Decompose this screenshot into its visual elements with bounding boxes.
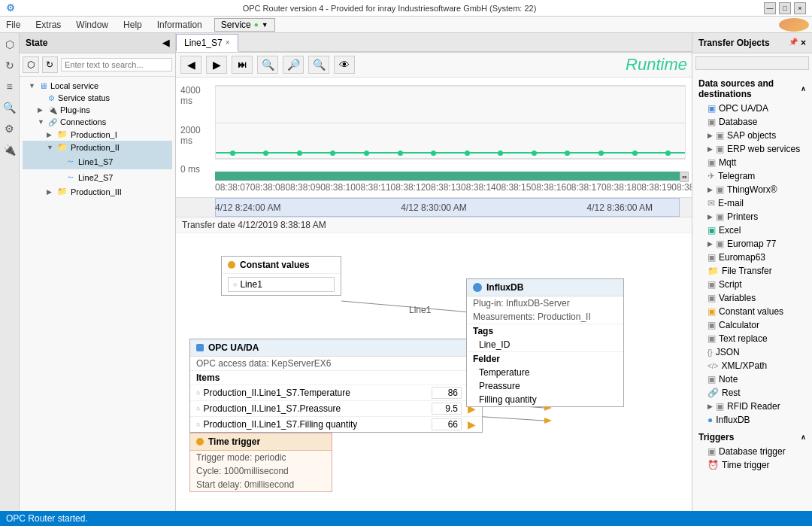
tree-item-connections[interactable]: ▼ 🔗 Connections bbox=[23, 116, 172, 128]
transfer-item-excel[interactable]: ▣Excel bbox=[692, 223, 812, 237]
maximize-button[interactable]: □ bbox=[779, 2, 791, 14]
menu-information[interactable]: Information bbox=[154, 18, 205, 32]
zoom-in-button[interactable]: 🔍 bbox=[257, 56, 278, 74]
transfer-item-script[interactable]: ▣Script bbox=[692, 278, 812, 291]
main-layout: ⬡ ↻ ≡ 🔍 ⚙ 🔌 State ◀ ⬡ ↻ ▼ 🖥 Local servic… bbox=[0, 33, 812, 511]
tree-item-service-status[interactable]: ⚙ Service status bbox=[23, 92, 172, 104]
service-button[interactable]: Service ● ▼ bbox=[214, 18, 275, 32]
line1-label: Line1_S7 bbox=[78, 157, 114, 166]
next-button[interactable]: ▶ bbox=[206, 56, 227, 74]
transfer-search[interactable] bbox=[692, 53, 812, 73]
chart-scroll-handle[interactable]: ⇔ bbox=[680, 172, 689, 182]
transfer-item-euromap77[interactable]: ▶▣Euromap 77 bbox=[692, 237, 812, 251]
tree-item-line1-s7[interactable]: ～ Line1_S7 bbox=[23, 154, 172, 169]
transfer-item-database[interactable]: ▣Database bbox=[692, 115, 812, 129]
transfer-item-euromap63[interactable]: ▣Euromap63 bbox=[692, 251, 812, 264]
transfer-section-datasources: Data sources and destinations ∧ ▣OPC UA/… bbox=[692, 76, 812, 427]
title-bar-title: OPC Router version 4 - Provided for inra… bbox=[15, 4, 764, 13]
chart-y-axis: 4000 ms 2000 ms 0 ms bbox=[180, 85, 214, 175]
influx-tag-line-id: Line_ID bbox=[467, 338, 623, 352]
transfer-item-mqtt[interactable]: ▣Mqtt bbox=[692, 156, 812, 169]
transfer-item-thingworx[interactable]: ▶▣ThingWorx® bbox=[692, 183, 812, 196]
minimize-button[interactable]: — bbox=[764, 2, 776, 14]
transfer-item-filetransfer[interactable]: 📁File Transfer bbox=[692, 264, 812, 278]
transfer-item-json[interactable]: {}JSON bbox=[692, 345, 812, 359]
menu-help[interactable]: Help bbox=[120, 18, 145, 32]
transfer-item-influxdb[interactable]: ●InfluxDB bbox=[692, 413, 812, 427]
title-bar-controls[interactable]: — □ × bbox=[764, 2, 806, 14]
zoom-fit-button[interactable]: 🔍 bbox=[308, 56, 329, 74]
transfer-item-sap[interactable]: ▶▣SAP objects bbox=[692, 129, 812, 142]
opc-items-label: Items bbox=[190, 371, 482, 385]
zoom-out-button[interactable]: 🔎 bbox=[283, 56, 304, 74]
tree-item-production-ii[interactable]: ▼ 📁 Production_II bbox=[23, 141, 172, 154]
tab-bar: Line1_S7 × bbox=[176, 33, 692, 53]
transfer-item-textreplace[interactable]: ▣Text replace bbox=[692, 332, 812, 345]
influx-icon bbox=[473, 283, 482, 292]
timeline-area: 4/12 8:24:00 AM 4/12 8:30:00 AM 4/12 8:3… bbox=[176, 198, 692, 217]
prev-button[interactable]: ◀ bbox=[180, 56, 201, 74]
plugins-icon: 🔌 bbox=[48, 106, 57, 114]
tree-item-local-service[interactable]: ▼ 🖥 Local service bbox=[23, 80, 172, 92]
transfer-item-rest[interactable]: 🔗Rest bbox=[692, 386, 812, 400]
last-button[interactable]: ⏭ bbox=[232, 56, 253, 74]
transfer-close-icon[interactable]: × bbox=[801, 38, 806, 48]
nav-search-icon[interactable]: 🔍 bbox=[2, 99, 18, 116]
menu-extras[interactable]: Extras bbox=[32, 18, 64, 32]
line1-icon: ～ bbox=[66, 155, 75, 168]
timeline-label-2: 4/12 8:36:00 AM bbox=[587, 202, 653, 213]
time-orange-dot bbox=[196, 438, 204, 445]
diagram-area[interactable]: Line1 Constant values ○ Line1 bbox=[176, 233, 692, 511]
state-panel-header: State ◀ bbox=[20, 33, 175, 53]
service-label: Service bbox=[221, 20, 251, 30]
binoculars-button[interactable]: 👁 bbox=[334, 56, 355, 74]
transfer-section-triggers-header[interactable]: Triggers ∧ bbox=[692, 430, 812, 445]
const-orange-dot bbox=[228, 261, 235, 269]
tab-line1-s7[interactable]: Line1_S7 × bbox=[176, 34, 238, 52]
influx-header: InfluxDB bbox=[467, 279, 623, 296]
transfer-item-email[interactable]: ✉E-mail bbox=[692, 196, 812, 210]
transfer-item-xmlxpath[interactable]: </>XML/XPath bbox=[692, 359, 812, 372]
menu-window[interactable]: Window bbox=[73, 18, 111, 32]
nav-refresh-icon[interactable]: ↻ bbox=[2, 57, 18, 74]
influx-felder-temp: Temperature bbox=[467, 366, 623, 379]
transfer-item-rfid[interactable]: ▶▣RFID Reader bbox=[692, 400, 812, 413]
production-i-icon: 📁 bbox=[57, 129, 68, 139]
transfer-item-timetrigger[interactable]: ⏰Time trigger bbox=[692, 458, 812, 472]
state-search-input[interactable] bbox=[61, 58, 172, 71]
menu-file[interactable]: File bbox=[3, 18, 23, 32]
nav-settings-icon[interactable]: ⚙ bbox=[2, 120, 18, 137]
transfer-item-note[interactable]: ▣Note bbox=[692, 372, 812, 386]
email-item-icon: ✉ bbox=[707, 198, 715, 208]
tab-close-button[interactable]: × bbox=[226, 38, 230, 47]
rest-item-icon: 🔗 bbox=[707, 388, 719, 398]
transfer-panel-controls[interactable]: 📌 × bbox=[789, 38, 806, 48]
tree-item-plugins[interactable]: ▶ 🔌 Plug-ins bbox=[23, 104, 172, 116]
transfer-item-telegram[interactable]: ✈Telegram bbox=[692, 169, 812, 183]
title-bar-logo: ⚙ bbox=[6, 2, 15, 14]
transfer-item-opc[interactable]: ▣OPC UA/DA bbox=[692, 102, 812, 115]
transfer-item-variables[interactable]: ▣Variables bbox=[692, 291, 812, 305]
tree-item-production-i[interactable]: ▶ 📁 Production_I bbox=[23, 128, 172, 141]
nav-plugin-icon[interactable]: 🔌 bbox=[2, 141, 18, 158]
nav-home-icon[interactable]: ⬡ bbox=[2, 36, 18, 53]
state-tree: ▼ 🖥 Local service ⚙ Service status ▶ 🔌 P… bbox=[20, 77, 175, 511]
transfer-search-input[interactable] bbox=[695, 56, 809, 70]
tree-item-production-iii[interactable]: ▶ 📁 Production_III bbox=[23, 185, 172, 198]
local-service-icon: 🖥 bbox=[39, 81, 47, 90]
transfer-pin-icon[interactable]: 📌 bbox=[789, 38, 798, 48]
state-panel-collapse-icon[interactable]: ◀ bbox=[162, 38, 169, 48]
state-refresh-button[interactable]: ↻ bbox=[42, 56, 59, 73]
tree-item-line2-s7[interactable]: ～ Line2_S7 bbox=[23, 169, 172, 185]
transfer-item-dbtrigger[interactable]: ▣Database trigger bbox=[692, 445, 812, 458]
transfer-item-printers[interactable]: ▶▣Printers bbox=[692, 210, 812, 223]
state-back-button[interactable]: ⬡ bbox=[23, 56, 39, 73]
runtime-label: Runtime bbox=[626, 55, 687, 74]
transfer-item-calculator[interactable]: ▣Calculator bbox=[692, 318, 812, 332]
nav-list-icon[interactable]: ≡ bbox=[2, 78, 18, 95]
transfer-item-constvalues[interactable]: ▣Constant values bbox=[692, 305, 812, 318]
transfer-item-erp[interactable]: ▶▣ERP web services bbox=[692, 142, 812, 156]
transfer-section-datasources-header[interactable]: Data sources and destinations ∧ bbox=[692, 76, 812, 102]
close-window-button[interactable]: × bbox=[794, 2, 806, 14]
triggers-collapse-icon: ∧ bbox=[801, 433, 806, 441]
